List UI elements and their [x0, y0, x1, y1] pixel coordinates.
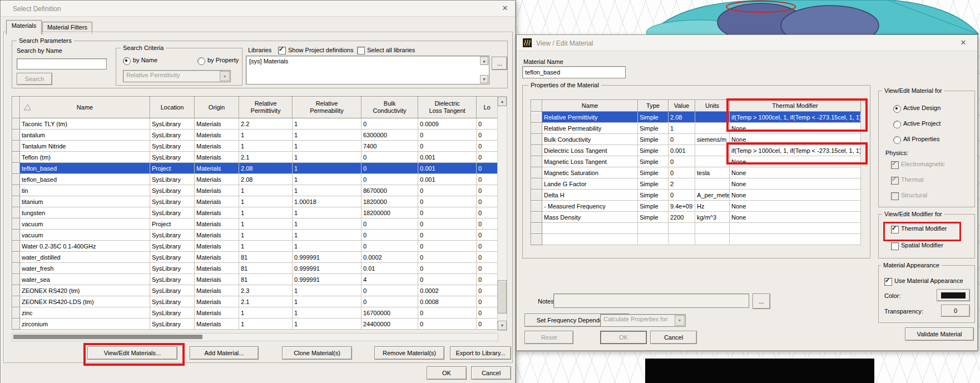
column-header[interactable]: Type — [638, 100, 669, 112]
row-selector[interactable] — [12, 163, 20, 174]
table-row[interactable]: Teflon (tm)SysLibraryMaterials2.1100.001… — [12, 152, 498, 163]
remove-material-button[interactable]: Remove Material(s) — [374, 346, 444, 360]
table-row[interactable]: water_distilledSysLibraryMaterials810.99… — [12, 252, 498, 263]
scroll-up-icon[interactable]: ▲ — [498, 97, 507, 106]
row-selector[interactable] — [12, 130, 20, 141]
table-row[interactable]: ZEONEX RS420-LDS (tm)SysLibraryMaterials… — [12, 296, 498, 307]
table-row[interactable]: ZEONEX RS420 (tm)SysLibraryMaterials2.31… — [12, 285, 498, 296]
view-edit-materials-button[interactable]: View/Edit Materials... — [87, 346, 177, 360]
table-row[interactable]: Magnetic SaturationSimple0teslaNone — [531, 167, 861, 178]
materials-table-hscrollbar[interactable] — [12, 333, 498, 341]
reset-button[interactable]: Reset — [524, 331, 573, 344]
add-material-button[interactable]: Add Material... — [190, 346, 259, 360]
close-icon[interactable]: ✕ — [958, 38, 968, 48]
table-row[interactable]: tungstenSysLibraryMaterials111820000000 — [12, 207, 498, 218]
row-selector[interactable] — [12, 141, 20, 152]
row-selector[interactable] — [531, 112, 542, 123]
table-row[interactable]: water_seaSysLibraryMaterials810.99999140… — [12, 274, 498, 285]
table-row[interactable]: titaniumSysLibraryMaterials11.0001818200… — [12, 196, 498, 207]
all-properties-radio[interactable] — [893, 136, 901, 144]
table-row[interactable]: Bulk ConductivitySimple0siemens/mNone — [531, 134, 861, 145]
chevron-down-icon[interactable]: ▼ — [675, 315, 685, 326]
row-selector[interactable] — [12, 230, 20, 241]
material-name-input[interactable] — [522, 66, 626, 78]
close-icon[interactable]: ✕ — [500, 3, 510, 13]
table-row[interactable]: Dielectric Loss TangentSimple0.001if(Tem… — [531, 145, 861, 156]
table-row[interactable]: - Measured FrequencySimple9.4e+09HzNone — [531, 201, 861, 212]
table-row[interactable]: Magnetic Loss TangentSimple0None — [531, 156, 861, 167]
row-selector[interactable] — [12, 207, 20, 218]
row-selector[interactable] — [12, 185, 20, 196]
cancel-button[interactable]: Cancel — [471, 366, 511, 380]
column-header[interactable]: Value — [669, 100, 695, 112]
row-selector[interactable] — [531, 212, 542, 223]
column-header[interactable]: Thermal Modifier — [730, 100, 861, 112]
table-row[interactable]: zincSysLibraryMaterials111670000000 — [12, 307, 498, 319]
list-item[interactable]: [sys] Materials — [249, 58, 288, 64]
vscrollbar-thumb[interactable] — [498, 280, 507, 314]
table-row[interactable]: vacuumProjectMaterials11000 — [12, 218, 498, 230]
color-swatch-button[interactable] — [937, 289, 970, 301]
table-row[interactable]: Taconic TLY (tm)SysLibraryMaterials2.210… — [12, 118, 498, 130]
column-header[interactable]: Location — [150, 97, 195, 118]
column-header[interactable]: Dielectric Loss Tangent — [418, 97, 477, 118]
table-row[interactable]: vacuumSysLibraryMaterials11000 — [12, 230, 498, 241]
clone-material-button[interactable]: Clone Material(s) — [282, 346, 352, 360]
row-selector[interactable] — [12, 196, 20, 207]
row-selector[interactable] — [12, 274, 20, 285]
validate-material-button[interactable]: Validate Material — [905, 327, 974, 341]
column-header[interactable]: Lo — [477, 97, 498, 118]
table-row[interactable]: water_freshSysLibraryMaterials810.999991… — [12, 263, 498, 274]
table-row[interactable]: Relative PermeabilitySimple1None — [531, 123, 861, 134]
thermal-checkbox[interactable]: ✓ — [891, 177, 899, 185]
row-selector[interactable] — [531, 134, 542, 145]
row-selector[interactable] — [12, 241, 20, 252]
row-selector[interactable] — [12, 307, 20, 319]
row-selector[interactable] — [531, 178, 542, 190]
row-selector[interactable] — [12, 296, 20, 307]
table-row[interactable]: tinSysLibraryMaterials11867000000 — [12, 185, 498, 196]
transparency-value-field[interactable]: 0 — [941, 305, 970, 317]
row-selector[interactable] — [12, 152, 20, 163]
search-input[interactable] — [17, 58, 107, 69]
structural-checkbox[interactable]: ✓ — [891, 192, 899, 200]
table-row[interactable]: Lande G FactorSimple2None — [531, 178, 861, 190]
by-name-radio[interactable] — [123, 57, 131, 65]
active-project-radio[interactable] — [893, 121, 901, 128]
table-row[interactable]: teflon_basedSysLibraryMaterials2.08100.0… — [12, 174, 498, 185]
ok-button[interactable]: OK — [600, 331, 647, 344]
calculate-properties-dropdown[interactable]: Calculate Properties for: ▼ — [600, 314, 686, 327]
row-selector[interactable] — [531, 156, 542, 167]
row-selector[interactable] — [531, 201, 542, 212]
notes-more-button[interactable]: ... — [753, 294, 770, 309]
table-row[interactable]: tantalumSysLibraryMaterials11630000000 — [12, 130, 498, 141]
spatial-modifier-checkbox[interactable]: ✓ — [891, 242, 899, 250]
table-row[interactable]: Tantalum NitrideSysLibraryMaterials11740… — [12, 141, 498, 152]
row-selector[interactable] — [12, 252, 20, 263]
table-row[interactable]: Delta HSimple0A_per_meterNone — [531, 190, 861, 201]
libraries-listbox[interactable]: [sys] Materials ▲ ▼ — [246, 56, 489, 84]
export-to-library-button[interactable]: Export to Library... — [450, 346, 511, 360]
column-header[interactable]: Name — [20, 97, 150, 118]
row-selector[interactable] — [12, 118, 20, 130]
column-header[interactable]: Bulk Conductivity — [362, 97, 418, 118]
table-row[interactable]: Water 0.2-35C 0.1-400GHzSysLibraryMateri… — [12, 241, 498, 252]
select-all-libraries-checkbox[interactable]: ✓ — [357, 47, 365, 54]
row-selector[interactable] — [12, 319, 20, 330]
scroll-down-icon[interactable]: ▼ — [480, 75, 488, 83]
search-button[interactable]: Search — [17, 73, 52, 85]
tab-materials[interactable]: Materials — [6, 20, 42, 34]
row-selector[interactable] — [531, 145, 542, 156]
ok-button[interactable]: OK — [427, 366, 467, 380]
cancel-button[interactable]: Cancel — [650, 331, 697, 344]
table-row[interactable]: Relative PermittivitySimple2.08if(Temp >… — [531, 112, 861, 123]
column-header[interactable] — [531, 100, 542, 112]
row-selector[interactable] — [12, 263, 20, 274]
row-selector[interactable] — [531, 123, 542, 134]
column-header[interactable]: Relative Permeability — [293, 97, 362, 118]
electromagnetic-checkbox[interactable]: ✓ — [891, 161, 899, 169]
active-design-radio[interactable] — [893, 105, 901, 113]
scroll-down-icon[interactable]: ▼ — [498, 321, 507, 330]
row-selector[interactable] — [12, 174, 20, 185]
thermal-modifier-checkbox[interactable]: ✓ — [891, 226, 899, 233]
